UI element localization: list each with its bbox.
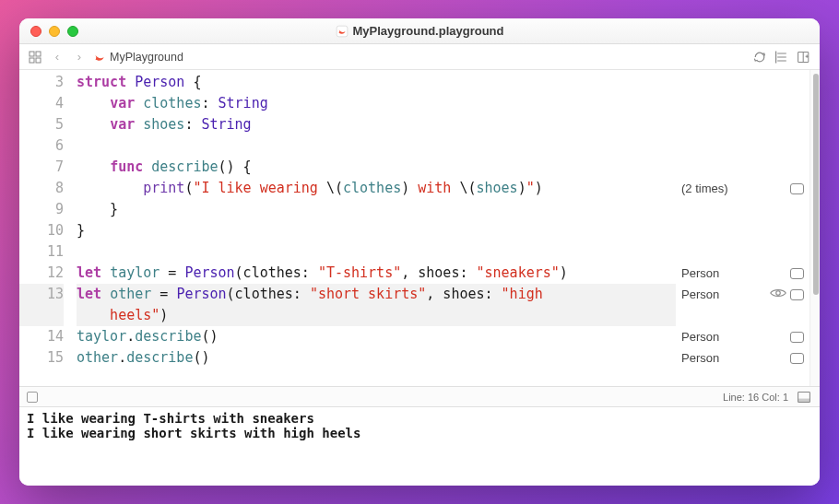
line-number: 15 <box>19 347 64 369</box>
line-number: 10 <box>19 220 64 241</box>
result-inline-button[interactable] <box>790 268 804 279</box>
code-line[interactable]: struct Person { <box>77 72 676 93</box>
result-row: Person <box>676 284 809 305</box>
window-title: MyPlayground.playground <box>19 24 820 38</box>
results-sidebar: (2 times)PersonPersonPersonPerson <box>676 70 809 386</box>
code-line[interactable] <box>77 135 676 157</box>
result-inline-button[interactable] <box>790 183 804 194</box>
window-title-text: MyPlayground.playground <box>353 24 504 38</box>
svg-rect-1 <box>30 52 34 56</box>
code-line[interactable]: print("I like wearing \(clothes) with \(… <box>77 178 676 199</box>
code-line[interactable]: other.describe() <box>77 347 676 369</box>
scrollbar-thumb[interactable] <box>813 74 819 295</box>
result-row <box>676 157 809 178</box>
line-number: 9 <box>19 199 64 220</box>
line-number: 12 <box>19 263 64 284</box>
result-value: Person <box>681 266 719 280</box>
result-value: Person <box>681 330 719 344</box>
svg-rect-3 <box>30 58 34 63</box>
debug-console[interactable]: I like wearing T-shirts with sneakers I … <box>19 406 820 486</box>
svg-rect-0 <box>337 26 348 37</box>
line-number: 4 <box>19 93 64 114</box>
result-value: (2 times) <box>681 182 728 195</box>
code-line[interactable]: func describe() { <box>77 157 676 178</box>
result-row: Person <box>676 263 809 284</box>
close-window-button[interactable] <box>30 26 41 37</box>
result-row: Person <box>676 347 809 369</box>
status-bar: Line: 16 Col: 1 <box>19 386 820 406</box>
line-number <box>19 305 64 326</box>
result-value: Person <box>681 287 719 301</box>
code-line[interactable] <box>77 241 676 263</box>
result-inline-button[interactable] <box>790 353 804 364</box>
related-items-button[interactable] <box>27 49 43 65</box>
vertical-scrollbar[interactable] <box>809 70 820 386</box>
svg-point-11 <box>776 291 781 296</box>
svg-rect-13 <box>798 398 810 402</box>
code-line[interactable]: heels") <box>77 305 676 326</box>
nav-back-button[interactable]: ‹ <box>49 49 65 65</box>
code-line[interactable]: let taylor = Person(clothes: "T-shirts",… <box>77 263 676 284</box>
line-number: 8 <box>19 178 64 199</box>
result-row <box>676 114 809 135</box>
minimize-window-button[interactable] <box>49 26 60 37</box>
nav-forward-button[interactable]: › <box>71 49 88 65</box>
window-controls <box>19 26 78 37</box>
code-editor[interactable]: 3456789101112131415 struct Person { var … <box>19 70 676 386</box>
result-row <box>676 72 809 93</box>
jump-bar: ‹ › MyPlayground <box>19 44 820 70</box>
result-row <box>676 199 809 220</box>
result-inline-button[interactable] <box>790 332 804 343</box>
line-number-gutter: 3456789101112131415 <box>19 70 77 386</box>
code-line[interactable]: } <box>77 220 676 241</box>
editor-options-button[interactable] <box>774 49 790 65</box>
code-line[interactable]: var shoes: String <box>77 114 676 135</box>
line-number: 14 <box>19 326 64 347</box>
result-value: Person <box>681 351 719 365</box>
breadcrumb-file: MyPlayground <box>110 51 183 64</box>
line-number: 13 <box>19 284 64 305</box>
swift-icon <box>93 51 106 64</box>
code-line[interactable]: taylor.describe() <box>77 326 676 347</box>
line-number: 11 <box>19 241 64 263</box>
result-inline-button[interactable] <box>790 289 804 300</box>
svg-rect-2 <box>36 52 41 56</box>
zoom-window-button[interactable] <box>67 26 78 37</box>
titlebar[interactable]: MyPlayground.playground <box>19 18 820 44</box>
refresh-button[interactable] <box>751 49 768 65</box>
result-row <box>676 220 809 241</box>
result-row: (2 times) <box>676 178 809 199</box>
result-row: Person <box>676 326 809 347</box>
cursor-position: Line: 16 Col: 1 <box>723 392 788 403</box>
console-toggle-button[interactable] <box>796 389 812 405</box>
result-row <box>676 305 809 326</box>
line-number: 5 <box>19 114 64 135</box>
source-text[interactable]: struct Person { var clothes: String var … <box>77 70 676 386</box>
line-number: 3 <box>19 72 64 93</box>
editor-content: 3456789101112131415 struct Person { var … <box>19 70 820 486</box>
result-row <box>676 93 809 114</box>
swift-file-icon <box>336 25 349 38</box>
xcode-playground-window: MyPlayground.playground ‹ › MyPlayground <box>19 18 820 486</box>
breadcrumb[interactable]: MyPlayground <box>93 51 183 64</box>
debug-toggle-button[interactable] <box>27 392 38 403</box>
code-line[interactable]: let other = Person(clothes: "short skirt… <box>77 284 676 305</box>
result-row <box>676 135 809 157</box>
result-row <box>676 241 809 263</box>
line-number: 6 <box>19 135 64 157</box>
editor-split: 3456789101112131415 struct Person { var … <box>19 70 820 386</box>
code-line[interactable]: } <box>77 199 676 220</box>
code-line[interactable]: var clothes: String <box>77 93 676 114</box>
svg-rect-4 <box>36 58 41 63</box>
quicklook-eye-icon[interactable] <box>766 287 786 301</box>
add-editor-button[interactable] <box>796 49 812 65</box>
line-number: 7 <box>19 157 64 178</box>
